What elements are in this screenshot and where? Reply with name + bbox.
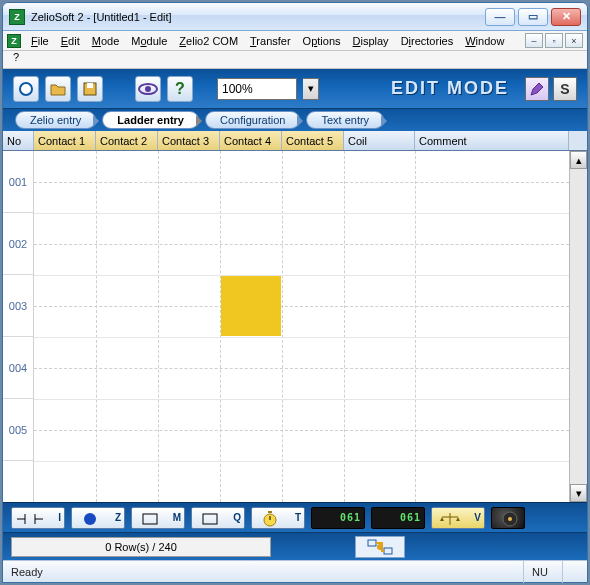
row-count-display: 0 Row(s) / 240 [11,537,271,557]
menu-options[interactable]: Options [297,33,347,49]
mode-s-label: S [560,81,569,97]
menu-display[interactable]: Display [347,33,395,49]
zoom-value: 100% [222,82,253,96]
edit-mode-label: EDIT MODE [391,78,509,99]
dial-icon [496,510,524,528]
zoom-dropdown-button[interactable]: ▾ [303,78,319,100]
tool-compare-v[interactable]: V [431,507,485,529]
resize-grip[interactable] [562,561,579,583]
col-coil[interactable]: Coil [344,131,415,150]
contact-icon [16,510,44,528]
row-label: 004 [3,337,33,399]
mode-button-1[interactable] [525,77,549,101]
row-label: 005 [3,399,33,461]
grid-cells-area[interactable] [34,151,569,502]
tab-ladder-entry[interactable]: Ladder entry [102,111,199,129]
mode-button-s[interactable]: S [553,77,577,101]
tab-configuration[interactable]: Configuration [205,111,300,129]
svg-point-9 [84,513,96,525]
counter-display: 061 [400,512,421,523]
save-disk-icon [83,82,97,96]
open-file-button[interactable] [45,76,71,102]
tool-counter-fast[interactable]: 061 [371,507,425,529]
coil-icon [196,510,224,528]
chevron-down-icon: ▾ [308,82,314,95]
question-icon: ? [175,80,185,98]
svg-point-18 [508,517,512,521]
col-contact-2[interactable]: Contact 2 [96,131,158,150]
minimize-button[interactable]: — [485,8,515,26]
tool-label: M [173,512,181,523]
status-indicator: NU [523,561,556,583]
program-structure-button[interactable] [355,536,405,558]
tool-counter-1[interactable]: 061 [311,507,365,529]
menu-window[interactable]: Window [459,33,510,49]
scroll-down-button[interactable]: ▾ [570,484,587,502]
tool-timer-t[interactable]: T [251,507,305,529]
svg-rect-2 [87,83,93,88]
maximize-button[interactable]: ▭ [518,8,548,26]
menu-directories[interactable]: Directories [395,33,460,49]
save-file-button[interactable] [77,76,103,102]
col-contact-1[interactable]: Contact 1 [34,131,96,150]
menu-edit[interactable]: Edit [55,33,86,49]
tool-coil-q[interactable]: Q [191,507,245,529]
menu-zelio2com[interactable]: Zelio2 COM [173,33,244,49]
row-label: 002 [3,213,33,275]
col-contact-4[interactable]: Contact 4 [220,131,282,150]
col-comment[interactable]: Comment [415,131,569,150]
tool-z[interactable]: Z [71,507,125,529]
vertical-scrollbar[interactable]: ▴ ▾ [569,151,587,502]
eye-icon [138,83,158,95]
tool-label: I [58,512,61,523]
zoom-input[interactable]: 100% [217,78,297,100]
row-count-text: 0 Row(s) / 240 [105,541,177,553]
menu-mode[interactable]: Mode [86,33,126,49]
tab-text-entry[interactable]: Text entry [306,111,384,129]
close-button[interactable]: ✕ [551,8,581,26]
circle-icon [76,510,104,528]
mdi-restore-button[interactable]: ▫ [545,33,563,48]
pencil-icon [529,81,545,97]
tab-label: Configuration [220,114,285,126]
tool-contact-i[interactable]: I [11,507,65,529]
menu-help[interactable]: ? [3,51,587,69]
scroll-up-button[interactable]: ▴ [570,151,587,169]
grid-header: No Contact 1 Contact 2 Contact 3 Contact… [3,131,587,151]
menu-file[interactable]: File [25,33,55,49]
window-title: ZelioSoft 2 - [Untitled1 - Edit] [31,11,172,23]
tab-label: Zelio entry [30,114,81,126]
cell-highlight[interactable] [221,276,281,336]
row-label: 003 [3,275,33,337]
mdi-close-button[interactable]: × [565,33,583,48]
tool-coil-m[interactable]: M [131,507,185,529]
col-contact-3[interactable]: Contact 3 [158,131,220,150]
tab-label: Ladder entry [117,114,184,126]
menu-module[interactable]: Module [125,33,173,49]
tool-label: Q [233,512,241,523]
col-contact-5[interactable]: Contact 5 [282,131,344,150]
status-row: 0 Row(s) / 240 [3,532,587,560]
scale-icon [436,510,464,528]
svg-rect-19 [368,540,376,546]
stopwatch-icon [256,510,284,528]
help-button[interactable]: ? [167,76,193,102]
tool-more[interactable] [491,507,525,529]
svg-rect-11 [203,514,217,524]
tool-label: Z [115,512,121,523]
col-no[interactable]: No [3,131,34,150]
tab-zelio-entry[interactable]: Zelio entry [15,111,96,129]
row-number-gutter: 001 002 003 004 005 [3,151,34,502]
status-ready: Ready [11,566,43,578]
svg-rect-14 [268,511,272,513]
row-label: 001 [3,151,33,213]
new-file-button[interactable] [13,76,39,102]
entry-tabs: Zelio entry Ladder entry Configuration T… [3,109,587,131]
ladder-grid[interactable]: 001 002 003 004 005 [3,151,587,502]
svg-rect-20 [384,548,392,554]
menu-transfer[interactable]: Transfer [244,33,297,49]
counter-display: 061 [340,512,361,523]
mdi-minimize-button[interactable]: – [525,33,543,48]
preview-button[interactable] [135,76,161,102]
tab-label: Text entry [321,114,369,126]
